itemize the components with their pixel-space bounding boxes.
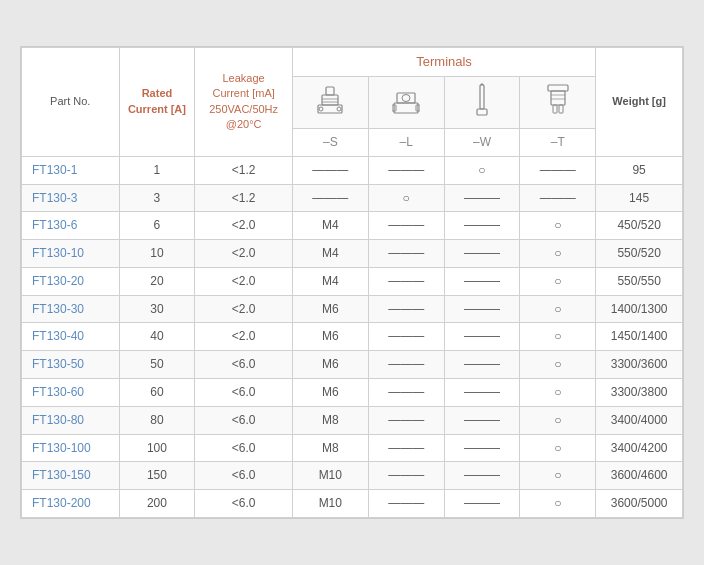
cell-s: M10	[292, 490, 368, 518]
cell-l: ———	[368, 379, 444, 407]
cell-weight: 450/520	[596, 212, 683, 240]
table-row: FT130-100100<6.0M8——————○3400/4200	[22, 434, 683, 462]
cell-s: M8	[292, 406, 368, 434]
table-row: FT130-2020<2.0M4——————○550/550	[22, 267, 683, 295]
cell-rated: 40	[119, 323, 195, 351]
header-row-1: Part No. RatedCurrent [A] LeakageCurrent…	[22, 47, 683, 76]
cell-weight: 550/550	[596, 267, 683, 295]
cell-part: FT130-80	[22, 406, 120, 434]
svg-rect-15	[548, 85, 568, 91]
cell-w: ———	[444, 323, 520, 351]
cell-w: ———	[444, 351, 520, 379]
svg-rect-14	[477, 109, 487, 115]
svg-rect-2	[326, 87, 334, 95]
svg-point-6	[337, 107, 341, 111]
cell-s: M4	[292, 267, 368, 295]
cell-rated: 30	[119, 295, 195, 323]
svg-point-5	[319, 107, 323, 111]
cell-s: M6	[292, 379, 368, 407]
header-leakage-current: LeakageCurrent [mA]250VAC/50Hz@20°C	[195, 47, 293, 156]
cell-l: ———	[368, 434, 444, 462]
table-row: FT130-6060<6.0M6——————○3300/3800	[22, 379, 683, 407]
cell-weight: 95	[596, 156, 683, 184]
table-row: FT130-4040<2.0M6——————○1450/1400	[22, 323, 683, 351]
cell-rated: 6	[119, 212, 195, 240]
cell-leakage: <2.0	[195, 295, 293, 323]
cell-part: FT130-40	[22, 323, 120, 351]
terminal-s-icon	[316, 83, 344, 117]
cell-s: M10	[292, 462, 368, 490]
cell-t: ○	[520, 351, 596, 379]
cell-l: ———	[368, 406, 444, 434]
cell-leakage: <6.0	[195, 351, 293, 379]
cell-rated: 20	[119, 267, 195, 295]
sub-header-l: –L	[368, 128, 444, 156]
cell-s: ———	[292, 184, 368, 212]
cell-weight: 3300/3600	[596, 351, 683, 379]
cell-leakage: <6.0	[195, 379, 293, 407]
cell-part: FT130-200	[22, 490, 120, 518]
cell-l: ———	[368, 267, 444, 295]
cell-leakage: <2.0	[195, 240, 293, 268]
cell-weight: 3400/4200	[596, 434, 683, 462]
cell-leakage: <1.2	[195, 156, 293, 184]
cell-weight: 550/520	[596, 240, 683, 268]
cell-s: M6	[292, 295, 368, 323]
svg-rect-16	[551, 91, 565, 105]
cell-t: ○	[520, 462, 596, 490]
icon-t-cell	[520, 77, 596, 129]
cell-leakage: <6.0	[195, 434, 293, 462]
cell-t: ○	[520, 434, 596, 462]
table-row: FT130-1010<2.0M4——————○550/520	[22, 240, 683, 268]
cell-rated: 100	[119, 434, 195, 462]
table-row: FT130-150150<6.0M10——————○3600/4600	[22, 462, 683, 490]
cell-leakage: <6.0	[195, 490, 293, 518]
cell-weight: 3400/4000	[596, 406, 683, 434]
terminal-l-icon	[392, 83, 420, 117]
cell-w: ———	[444, 490, 520, 518]
cell-l: ———	[368, 351, 444, 379]
cell-rated: 150	[119, 462, 195, 490]
cell-w: ———	[444, 295, 520, 323]
cell-w: ———	[444, 212, 520, 240]
cell-rated: 10	[119, 240, 195, 268]
svg-rect-7	[394, 103, 418, 113]
header-part-no: Part No.	[22, 47, 120, 156]
cell-s: M4	[292, 212, 368, 240]
cell-w: ———	[444, 240, 520, 268]
table-row: FT130-33<1.2———○——————145	[22, 184, 683, 212]
cell-t: ———	[520, 156, 596, 184]
cell-l: ———	[368, 212, 444, 240]
sub-header-t: –T	[520, 128, 596, 156]
cell-l: ———	[368, 323, 444, 351]
svg-rect-1	[322, 95, 338, 105]
table-row: FT130-5050<6.0M6——————○3300/3600	[22, 351, 683, 379]
sub-header-s: –S	[292, 128, 368, 156]
cell-s: M4	[292, 240, 368, 268]
cell-rated: 3	[119, 184, 195, 212]
cell-s: M6	[292, 351, 368, 379]
cell-leakage: <6.0	[195, 462, 293, 490]
table-row: FT130-8080<6.0M8——————○3400/4000	[22, 406, 683, 434]
cell-w: ———	[444, 267, 520, 295]
cell-l: ———	[368, 156, 444, 184]
svg-rect-12	[480, 85, 484, 109]
cell-w: ———	[444, 462, 520, 490]
cell-weight: 145	[596, 184, 683, 212]
cell-part: FT130-10	[22, 240, 120, 268]
table-row: FT130-200200<6.0M10——————○3600/5000	[22, 490, 683, 518]
cell-part: FT130-1	[22, 156, 120, 184]
cell-part: FT130-30	[22, 295, 120, 323]
cell-t: ○	[520, 406, 596, 434]
cell-t: ○	[520, 490, 596, 518]
cell-l: ———	[368, 462, 444, 490]
cell-s: ———	[292, 156, 368, 184]
cell-t: ○	[520, 212, 596, 240]
cell-weight: 3600/5000	[596, 490, 683, 518]
cell-weight: 1400/1300	[596, 295, 683, 323]
cell-t: ○	[520, 379, 596, 407]
product-table: Part No. RatedCurrent [A] LeakageCurrent…	[21, 47, 683, 518]
cell-w: ———	[444, 434, 520, 462]
cell-w: ○	[444, 156, 520, 184]
cell-w: ———	[444, 379, 520, 407]
